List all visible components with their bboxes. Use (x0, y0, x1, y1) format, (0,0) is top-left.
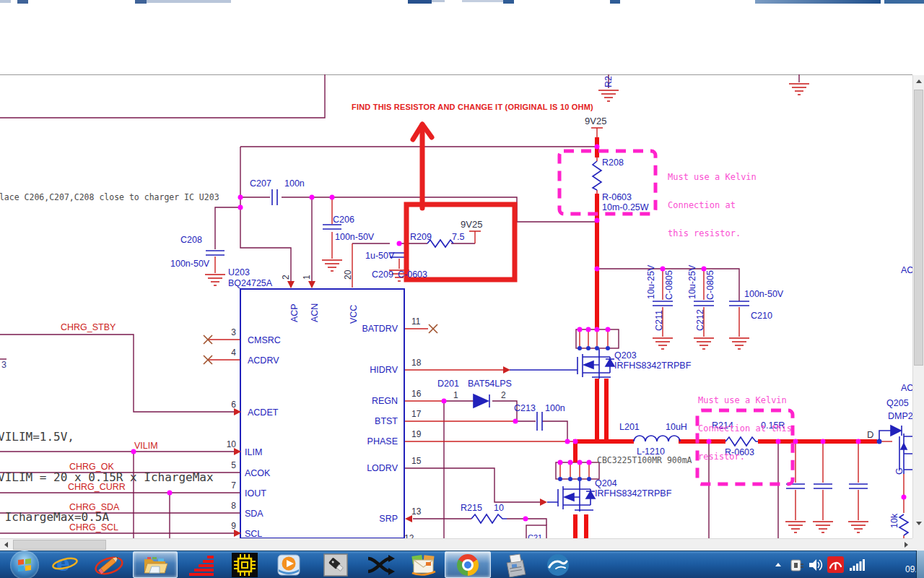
taskbar-item-shuffle-app[interactable] (362, 551, 398, 578)
pin-num: 2 (281, 275, 291, 280)
value-c211: 10u-25V (646, 264, 656, 299)
label-d201: D201 (437, 379, 459, 389)
taskbar-item-explorer[interactable] (133, 551, 178, 578)
label-c211: C211 (654, 310, 664, 331)
value-r215: 10 (494, 503, 504, 513)
pin-num: 5 (231, 460, 236, 470)
label-c213: C213 (514, 403, 536, 413)
mail-icon (409, 553, 438, 577)
pin-name-srp: SRP (379, 514, 398, 524)
label-r209: R209 (410, 232, 432, 242)
pkg-r208: R-0603 (602, 192, 632, 202)
label-c207: C207 (250, 178, 271, 189)
pin-num: 16 (411, 389, 422, 399)
part-q205: DMP2 (888, 411, 913, 421)
label-l201: L201 (619, 422, 640, 432)
scroll-right-icon (905, 542, 908, 548)
chip-icon (231, 552, 258, 578)
network-signal-icon[interactable] (849, 558, 866, 572)
taskbar-item-fax-printer[interactable] (497, 551, 534, 578)
show-desktop-button[interactable] (916, 551, 924, 578)
pin-arrows (234, 281, 547, 537)
pin-name-iout: IOUT (245, 488, 266, 499)
kelvin-note-r208: Must use a Kelvin Connection at this res… (668, 154, 757, 257)
taskbar-item-pencil-tool[interactable] (91, 551, 127, 578)
windows-flag-icon (10, 551, 39, 578)
pin-num: 4 (231, 348, 236, 358)
label-q203: Q203 (614, 350, 637, 361)
value-c212: 10u-25V (687, 264, 697, 299)
value-c206: 100n-50V (335, 232, 375, 242)
red-stairs-icon (187, 553, 216, 577)
taskbar-item-media-player[interactable] (271, 551, 306, 578)
scroll-left-icon (4, 542, 8, 548)
desktop-screen: U203 BQ24725A C207 100n C206 100n-50V C2… (0, 0, 924, 578)
red-highlight-box (406, 204, 515, 280)
taskbar-item-chrome[interactable] (445, 551, 491, 578)
label-c209: C209 (372, 269, 393, 280)
value-c213: 100n (545, 403, 565, 413)
taskbar-item-openoffice[interactable] (540, 551, 576, 578)
pin-name-cmsrc: CMSRC (248, 335, 281, 345)
vilim-formula-line: VILIM = 20 x 0.15R x IchargeMax (0, 471, 214, 485)
speaker-icon[interactable] (808, 558, 824, 572)
label-q204: Q204 (595, 478, 617, 488)
pin-name-batdrv: BATDRV (362, 324, 398, 334)
ic-part: BQ24725A (228, 278, 273, 288)
scroll-up-button[interactable] (913, 75, 924, 87)
start-button[interactable] (6, 551, 43, 578)
value-l201: 10uH (666, 422, 687, 432)
taskbar-item-mail-app[interactable] (406, 551, 442, 578)
taskbar-item-internet-explorer[interactable]: e (49, 551, 81, 578)
pin-name-acdrv: ACDRV (248, 355, 279, 366)
pin-num: 19 (411, 429, 422, 439)
show-hidden-icons-button[interactable] (775, 563, 781, 566)
ic-ref: U203 (228, 267, 250, 277)
label-c206: C206 (333, 215, 354, 225)
kelvin-note-line: Must use a Kelvin (668, 173, 757, 182)
vilim-formula-line: VILIM=1.5V, (0, 431, 214, 444)
pin-name-phase: PHASE (367, 436, 398, 447)
red-annotation-arrow (413, 124, 432, 208)
net-9v25: 9V25 (461, 219, 482, 230)
avira-icon[interactable] (827, 556, 844, 573)
pin-name-acp: ACP (289, 303, 300, 322)
pin-g-q205: G (894, 467, 905, 475)
value-c209: 1u-50V (365, 251, 395, 261)
pin-num: 1 (302, 275, 312, 280)
net-fragment-left: 3 (1, 360, 6, 370)
find-resistor-annotation: FIND THIS RESISTOR AND CHANGE IT (ORIGIN… (352, 103, 593, 111)
net-ac-fragment: AC (901, 265, 913, 275)
kelvin-note-line: resistor. (698, 452, 792, 462)
vertical-scrollbar[interactable] (912, 75, 924, 551)
scroll-right-button[interactable] (900, 539, 912, 551)
pin-name-sda: SDA (245, 509, 263, 519)
part-d201: BAT54LPS (468, 379, 512, 389)
scroll-down-button[interactable] (913, 517, 924, 530)
d201-pin2: 2 (501, 390, 506, 400)
pin-name-vcc: VCC (349, 305, 359, 324)
system-tray: 15:12 09.12.2019 (768, 551, 916, 578)
power-plug-icon[interactable] (790, 558, 804, 572)
label-q205: Q205 (886, 398, 909, 408)
label-c208: C208 (180, 235, 202, 245)
pin-num: 13 (411, 506, 422, 517)
taskbar-item-chip-app[interactable] (227, 551, 263, 578)
taskbar-item-red-stairs-app[interactable] (183, 551, 219, 578)
pin-num: 18 (411, 358, 422, 368)
pin-num: 6 (231, 400, 236, 410)
part-q204: IRFHS8342TRPBF (595, 488, 672, 499)
pin-num: 10 (227, 439, 237, 449)
chrome-icon (457, 554, 479, 576)
horizontal-scrollbar[interactable] (0, 538, 912, 551)
vertical-scroll-thumb[interactable] (914, 90, 923, 366)
horizontal-scroll-thumb[interactable] (13, 540, 106, 550)
ie-ring-icon (52, 553, 78, 577)
pin-num: 9 (231, 521, 236, 531)
scroll-left-button[interactable] (0, 539, 12, 551)
l201-part-note: CBC3225T100MR 900mA (597, 455, 692, 465)
usb-drive-icon (323, 553, 349, 577)
label-c217-cut: C21 (528, 533, 542, 538)
taskbar-item-usb-drive[interactable] (318, 551, 354, 578)
vilim-formula-note: VILIM=1.5V, VILIM = 20 x 0.15R x Icharge… (0, 404, 214, 551)
